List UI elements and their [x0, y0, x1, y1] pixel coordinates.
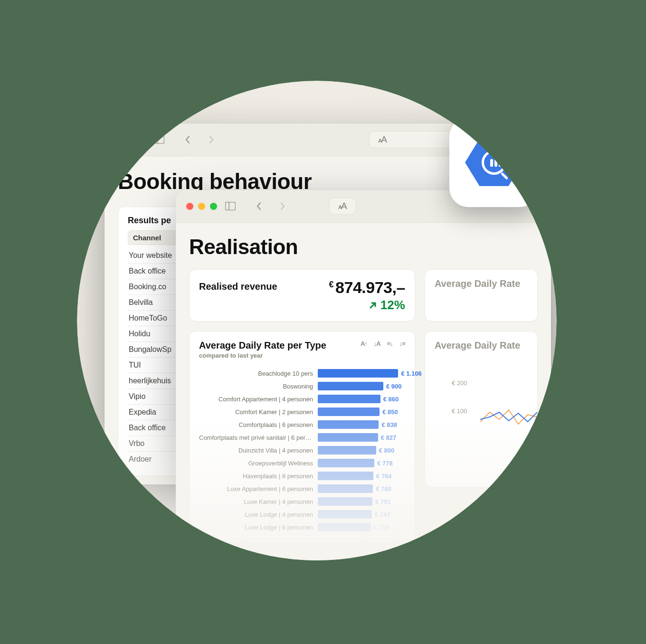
adr-bar-row: Luxe Lodge | 4 personen€ 743 [199, 509, 405, 520]
adr-bar-value: € 900 [383, 382, 402, 390]
adr-row-label: Luxe Lodge | 6 personen [199, 524, 318, 531]
adr-bar [318, 484, 373, 493]
adr-bar-value: € 1.106 [398, 369, 421, 378]
adr-bar-value: € 764 [373, 472, 392, 480]
adr-bar-row: Boswoning€ 900 [199, 380, 405, 392]
adr-bar-row: Duinzicht Villa | 4 personen€ 800 [199, 445, 405, 456]
adr-bar [318, 523, 371, 531]
adr-row-label: Groepsverblijf Wellness [199, 460, 318, 467]
sidebar-toggle-icon[interactable] [152, 134, 166, 145]
close-icon[interactable] [186, 203, 193, 210]
adr-row-label: Luxe Kamer | 4 personen [199, 498, 318, 505]
adr-bar-value: € 860 [380, 395, 399, 403]
maximize-icon[interactable] [139, 136, 146, 143]
adr-bar-value: € 760 [373, 484, 391, 493]
adr-row-label: Beachlodge 10 pers [199, 370, 318, 377]
adr-row-label: Comfortplaats met privé sanitair | 6 per… [199, 434, 318, 441]
sidebar-toggle-icon[interactable] [224, 200, 237, 212]
sort-az-desc-icon[interactable]: ↓A [374, 340, 380, 347]
adr-row-label: Luxe Lodge | 4 personen [199, 511, 318, 518]
adr-bar-row: Beachlodge 10 pers€ 1.106 [199, 368, 405, 379]
adr-bar-row: Groepsverblijf Wellness€ 778 [199, 457, 405, 469]
adr-row-label: Comfort Kamer | 2 personen [199, 408, 318, 416]
adr-bar-row: Luxe Appartement | 6 personen€ 760 [199, 483, 405, 494]
adr-row-label: Comfort Appartement | 4 personen [199, 396, 318, 403]
adr-bar-value: € 743 [372, 510, 390, 519]
adr-bar [318, 433, 378, 442]
svg-rect-0 [154, 136, 164, 144]
kpi-label: Realised revenue [199, 278, 277, 292]
adr-bar-value: € 838 [379, 420, 397, 429]
sort-az-asc-icon[interactable]: A↑ [361, 340, 367, 347]
adr-bar-value: € 827 [378, 433, 397, 442]
adr-row-label: Luxe Appartement | 6 personen [199, 485, 318, 492]
card-subtitle: compared to last year [199, 352, 326, 359]
adr-bar [318, 369, 398, 378]
adr-bar [318, 472, 373, 480]
adr-row-label: Havenplaats | 8 personen [199, 473, 318, 480]
nav-back-icon[interactable] [181, 134, 194, 145]
adr-bar-row: Comfortplaats met privé sanitair | 6 per… [199, 432, 405, 443]
card-title: Average Daily Rate per Type [199, 340, 326, 351]
address-bar[interactable]: ᴀA [329, 198, 356, 215]
adr-bar [318, 382, 383, 390]
sort-value-desc-icon[interactable]: ≡↓ [387, 340, 393, 347]
adr-bar-value: € 729 [371, 523, 390, 531]
adr-bar [318, 510, 372, 519]
traffic-lights [115, 136, 146, 143]
bigquery-icon [465, 137, 523, 188]
minimize-icon[interactable] [198, 203, 205, 210]
text-size-icon[interactable]: ᴀA [378, 134, 387, 145]
nav-forward-icon[interactable] [276, 200, 289, 212]
page-title: Realisation [189, 235, 538, 259]
adr-bar [318, 420, 379, 429]
adr-bar-value: € 800 [376, 446, 395, 455]
minimize-icon[interactable] [127, 136, 134, 143]
adr-bar [318, 497, 372, 506]
window-realisation: ᴀA Realisation Realised revenue €874.973… [176, 190, 551, 560]
nav-forward-icon[interactable] [205, 134, 218, 145]
kpi-value: €874.973,– [329, 278, 405, 297]
adr-row-label: Comfortplaats | 6 personen [199, 421, 318, 428]
adr-row-label: Boswoning [199, 383, 318, 390]
adr-bar [318, 459, 374, 467]
close-icon[interactable] [115, 136, 122, 143]
card-average-daily-rate-small[interactable]: Average Daily Rate [425, 269, 538, 322]
adr-bar-value: € 850 [380, 407, 398, 416]
adr-bar-row: Comfort Appartement | 4 personen€ 860 [199, 393, 405, 405]
adr-bar-row: Havenplaats | 8 personen€ 764 [199, 470, 405, 482]
traffic-lights [186, 203, 217, 210]
kpi-delta: 12% [368, 298, 405, 313]
adr-bar-value: € 778 [374, 459, 393, 467]
sparkline-icon [480, 403, 538, 431]
adr-bar-row: Luxe Lodge | 6 personen€ 729 [199, 521, 405, 533]
adr-bar-chart: Beachlodge 10 pers€ 1.106Boswoning€ 900C… [199, 368, 405, 533]
analytics-badge[interactable] [449, 118, 539, 207]
adr-bar [318, 395, 380, 403]
maximize-icon[interactable] [210, 203, 217, 210]
text-size-icon[interactable]: ᴀA [338, 201, 347, 211]
kpi-realised-revenue: Realised revenue €874.973,– 12% [189, 269, 415, 322]
adr-bar [318, 446, 376, 455]
sort-value-asc-icon[interactable]: ↓≡ [399, 340, 405, 347]
arrow-up-right-icon [368, 301, 378, 310]
adr-bar-row: Luxe Kamer | 4 personen€ 751 [199, 496, 405, 507]
svg-rect-2 [226, 202, 236, 210]
y-axis-tick: € 200 [452, 379, 528, 387]
card-adr-per-type: Average Daily Rate per Type compared to … [189, 331, 415, 543]
sort-controls: A↑ ↓A ≡↓ ↓≡ [361, 340, 405, 347]
adr-bar-value: € 751 [372, 497, 391, 506]
card-title: Average Daily Rate [435, 340, 528, 351]
adr-bar-row: Comfort Kamer | 2 personen€ 850 [199, 406, 405, 417]
adr-bar [318, 407, 380, 416]
nav-back-icon[interactable] [252, 200, 266, 212]
adr-row-label: Duinzicht Villa | 4 personen [199, 447, 318, 454]
adr-bar-row: Comfortplaats | 6 personen€ 838 [199, 419, 405, 430]
card-adr-line-chart[interactable]: Average Daily Rate € 200 € 100 [425, 331, 538, 488]
